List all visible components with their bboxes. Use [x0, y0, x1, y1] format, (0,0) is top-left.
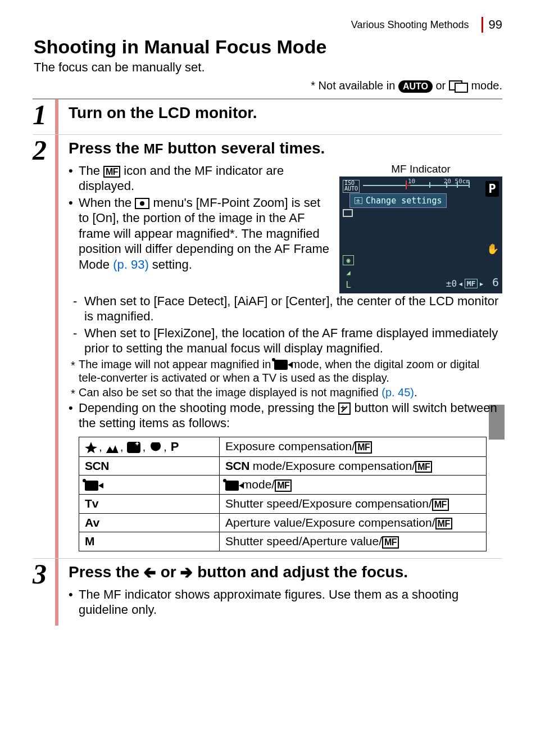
- mf-box-icon: MF: [103, 166, 120, 178]
- step2-bullet-2: When the menu's [MF-Point Zoom] is set t…: [79, 195, 331, 273]
- step2-footnote-1: The image will not appear magnified in m…: [79, 357, 502, 384]
- p-mode-label: P: [171, 440, 179, 454]
- lcd-drive-single-icon: [343, 209, 353, 217]
- mf-box-icon: MF: [415, 461, 432, 473]
- mode-cell-right: Exposure compensation/MF: [220, 437, 487, 456]
- mf-glyph: MF: [144, 141, 163, 156]
- expcomp-small-icon: [355, 197, 362, 204]
- mode-cell-scn: SCN: [79, 456, 220, 476]
- page-title: Shooting in Manual Focus Mode: [34, 36, 502, 58]
- step2-bullet-3: Depending on the shooting mode, pressing…: [79, 400, 502, 431]
- mode-cell-right: Shutter speed/Aperture value/MF: [220, 532, 487, 551]
- lcd-shots-remaining: 6: [492, 275, 499, 289]
- right-arrow-icon: 🡲: [180, 566, 193, 580]
- mode-cell-right: Aperture value/Exposure compensation/MF: [220, 513, 487, 532]
- step-1: 1 Turn on the LCD monitor.: [33, 99, 502, 135]
- mode-cell-av: Av: [79, 513, 220, 532]
- table-row: M Shutter speed/Aperture value/MF: [79, 532, 487, 551]
- landscape-icon: [106, 442, 119, 453]
- step-1-title: Turn on the LCD monitor.: [69, 104, 502, 122]
- page-number: 99: [489, 17, 502, 32]
- table-row: SCN SCN mode/Exposure compensation/MF: [79, 456, 487, 476]
- note-text-suffix: mode.: [471, 79, 502, 92]
- step2-footnote-2: Can also be set so that the image displa…: [79, 386, 502, 399]
- lcd-preview: ISO AUTO 10 20 5: [339, 176, 502, 293]
- night-snapshot-icon: [127, 442, 140, 453]
- left-arrow-icon: 🡰: [144, 566, 156, 580]
- note-text-prefix: * Not available in: [311, 79, 398, 92]
- step2-sub-1: When set to [Face Detect], [AiAF] or [Ce…: [84, 293, 502, 324]
- step-3-title: Press the 🡰 or 🡲 button and adjust the f…: [69, 563, 502, 581]
- table-row: Av Aperture value/Exposure compensation/…: [79, 513, 487, 532]
- mode-cell-movie: [79, 476, 220, 495]
- page-header: Various Shooting Methods 99: [34, 17, 502, 33]
- table-row: , , , , P Exposure compensation/MF: [79, 437, 487, 456]
- steps-container: 1 Turn on the LCD monitor. 2 Press the M…: [33, 98, 502, 626]
- mf-indicator-label: MF Indicator: [339, 163, 502, 175]
- lcd-mf-indicator: ±0 ◂ MF ▸: [446, 278, 484, 289]
- lcd-metering-icon: ◉: [343, 255, 354, 265]
- step3-bullet-1: The MF indicator shows approximate figur…: [79, 587, 502, 618]
- mode-cell-right: mode/MF: [220, 476, 487, 495]
- step2-sub-2: When set to [FlexiZone], the location of…: [84, 325, 502, 356]
- table-row: mode/MF: [79, 476, 487, 495]
- mode-cell-right: Shutter speed/Exposure compensation/MF: [220, 494, 487, 513]
- mf-box-icon: MF: [355, 441, 372, 454]
- kids-pets-icon: [149, 442, 162, 452]
- mf-box-icon: MF: [382, 536, 399, 549]
- lcd-mode-p: P: [485, 181, 499, 197]
- mf-box-icon: MF: [275, 479, 292, 492]
- step-2: 2 Press the MF button several times. The…: [33, 135, 502, 559]
- macro-icon: [85, 442, 97, 453]
- stitch-assist-icon: [449, 80, 468, 93]
- lcd-shake-icon: ✋: [487, 243, 499, 255]
- movie-mode-icon: [85, 481, 98, 491]
- table-row: Tv Shutter speed/Exposure compensation/M…: [79, 494, 487, 513]
- auto-mode-icon: AUTO: [398, 80, 433, 93]
- exposure-compensation-icon: [338, 402, 351, 415]
- lcd-size-l-icon: L: [343, 280, 354, 290]
- rec-menu-icon: [135, 198, 149, 209]
- step2-bullet-1: The MF icon and the MF indicator are dis…: [79, 163, 331, 194]
- note-text-mid: or: [436, 79, 449, 92]
- mf-box-icon: MF: [435, 518, 452, 530]
- mode-cell-tv: Tv: [79, 494, 220, 513]
- mode-cell-m: M: [79, 532, 220, 551]
- lcd-change-settings-popup: Change settings: [349, 193, 447, 208]
- page-ref-93[interactable]: (p. 93): [113, 257, 149, 271]
- header-separator: [482, 17, 483, 33]
- intro-text: The focus can be manually set.: [34, 60, 502, 75]
- mode-cell-right: SCN mode/Exposure compensation/MF: [220, 456, 487, 476]
- movie-mode-icon: [274, 360, 288, 370]
- availability-note: * Not available in AUTO or mode.: [34, 79, 502, 93]
- step-2-title: Press the MF button several times.: [69, 139, 502, 157]
- mode-cell-auto-scenes: , , , , P: [79, 437, 220, 456]
- section-name: Various Shooting Methods: [351, 19, 469, 31]
- mode-settings-table: , , , , P Exposure compensation/MF SCN S…: [79, 437, 487, 551]
- lcd-scale-labels: 10 20 50cm: [408, 178, 470, 185]
- lcd-compression-icon: ◢: [343, 268, 354, 278]
- mf-box-icon: MF: [432, 499, 449, 511]
- lcd-iso-icon: ISO AUTO: [343, 180, 360, 193]
- page-ref-45[interactable]: (p. 45): [381, 386, 414, 399]
- movie-mode-icon: [225, 481, 239, 491]
- step-3: 3 Press the 🡰 or 🡲 button and adjust the…: [33, 559, 502, 626]
